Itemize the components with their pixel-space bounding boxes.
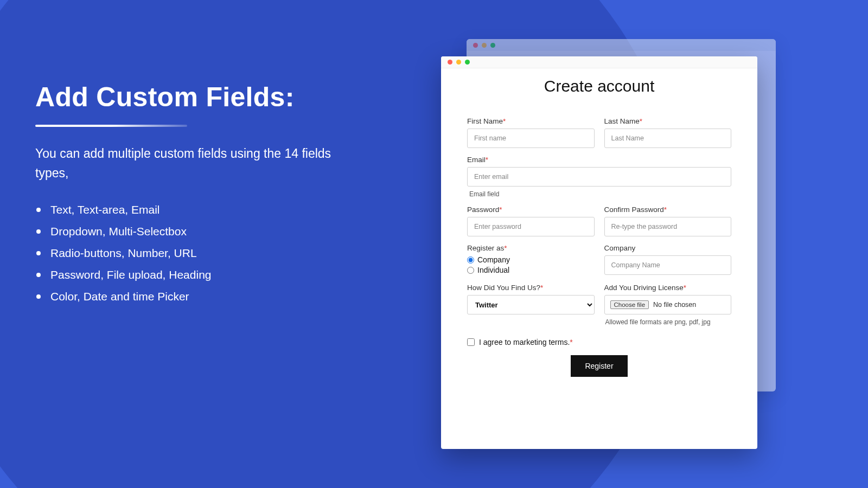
email-label: Email* [467, 156, 731, 164]
registration-form: First Name* Last Name* Email* Email fiel… [441, 117, 757, 388]
first-name-label: First Name* [467, 117, 595, 125]
maximize-icon[interactable] [465, 60, 470, 65]
register-as-individual-radio[interactable] [467, 267, 474, 274]
register-button[interactable]: Register [571, 355, 627, 377]
find-us-select[interactable]: Twitter [467, 295, 595, 314]
terms-checkbox[interactable] [467, 338, 475, 346]
choose-file-button[interactable]: Choose file [610, 300, 649, 309]
last-name-input[interactable] [604, 129, 732, 148]
hero-bullet: Text, Text-area, Email [35, 199, 361, 221]
password-input[interactable] [467, 217, 595, 236]
close-icon [473, 43, 478, 48]
register-as-company-option[interactable]: Company [467, 255, 595, 264]
terms-label: I agree to marketing terms.* [479, 338, 573, 346]
hero-bullet: Password, File upload, Heading [35, 264, 361, 286]
hero-panel: Add Custom Fields: You can add multiple … [35, 81, 361, 307]
license-file-input[interactable]: Choose file No file chosen [604, 295, 732, 314]
register-as-individual-option[interactable]: Individual [467, 266, 595, 274]
foreground-window: Create account First Name* Last Name* Em… [441, 56, 757, 449]
minimize-icon[interactable] [456, 60, 461, 65]
license-label: Add You Driving License* [604, 284, 732, 292]
hero-bullet: Color, Date and time Picker [35, 286, 361, 307]
find-us-label: How Did You Find Us?* [467, 284, 595, 292]
company-input[interactable] [604, 255, 732, 275]
maximize-icon [490, 43, 495, 48]
first-name-input[interactable] [467, 129, 595, 148]
email-input[interactable] [467, 167, 731, 187]
terms-row[interactable]: I agree to marketing terms.* [467, 338, 731, 346]
file-status: No file chosen [653, 301, 696, 309]
window-chrome [467, 39, 776, 51]
window-chrome [441, 56, 757, 68]
hero-bullet: Radio-buttons, Number, URL [35, 242, 361, 264]
hero-bullet-list: Text, Text-area, Email Dropdown, Multi-S… [35, 199, 361, 307]
close-icon[interactable] [448, 60, 452, 65]
last-name-label: Last Name* [604, 117, 732, 125]
password-label: Password* [467, 206, 595, 214]
hero-bullet: Dropdown, Multi-Selectbox [35, 221, 361, 242]
hero-description: You can add multiple custom fields using… [35, 144, 361, 183]
hero-divider [35, 125, 187, 127]
confirm-password-label: Confirm Password* [604, 206, 732, 214]
minimize-icon [482, 43, 487, 48]
register-as-group: Company Individual [467, 255, 595, 274]
confirm-password-input[interactable] [604, 217, 732, 236]
register-as-company-radio[interactable] [467, 256, 474, 264]
register-as-label: Register as* [467, 244, 595, 252]
company-label: Company [604, 244, 732, 252]
license-hint: Allowed file formats are png, pdf, jpg [604, 318, 732, 326]
hero-title: Add Custom Fields: [35, 81, 361, 113]
form-title: Create account [441, 77, 757, 95]
email-hint: Email field [467, 190, 731, 198]
